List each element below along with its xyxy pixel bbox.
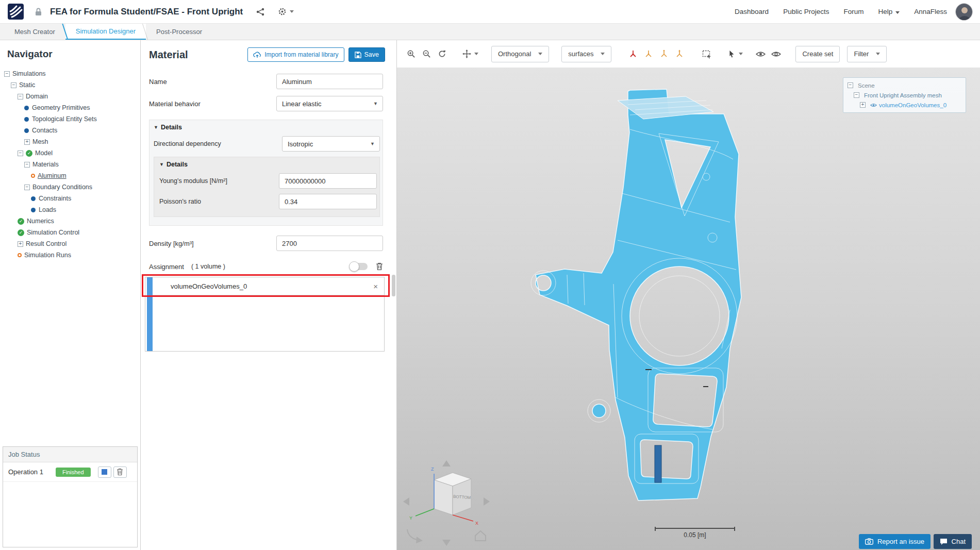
tree-item-model[interactable]: −✓Model [0,147,140,159]
isolate-button[interactable] [769,47,783,61]
tab-post-processor[interactable]: Post-Processor [146,24,212,40]
scene-item-scene[interactable]: −Scene [846,80,962,90]
tree-item-materials[interactable]: −Materials [0,159,140,170]
avatar[interactable] [955,3,973,21]
settings-button[interactable] [278,7,294,16]
job-status-title: Job Status [3,447,137,462]
reset-view-button[interactable] [435,47,449,61]
nav-public-projects[interactable]: Public Projects [783,8,829,15]
remove-assignment-button[interactable]: × [373,282,378,291]
axis-view-button-3[interactable] [657,47,671,61]
collapse-icon[interactable]: − [11,82,16,88]
cube-left-face[interactable] [434,480,453,515]
projection-mode-button[interactable]: Orthogonal [491,46,549,62]
viewport-canvas[interactable]: −Scene−Front Upright Assembly mesh+volum… [397,68,980,550]
collapse-icon[interactable]: − [18,94,23,99]
select-tool-button[interactable] [725,47,745,61]
pan-tool-button[interactable] [460,47,480,61]
tab-simulation-designer[interactable]: Simulation Designer [65,24,146,40]
nav-annafless[interactable]: AnnaFless [914,8,947,15]
share-button[interactable] [256,8,264,16]
axis-view-button-2[interactable] [641,47,655,61]
import-button-label: Import from material library [264,51,338,58]
nav-help[interactable]: Help [878,8,900,15]
complete-check-icon: ✓ [26,150,32,157]
density-input[interactable] [276,236,383,251]
viewport-toolbar: Orthogonal surfaces [397,40,980,68]
status-badge: Finished [56,468,91,477]
home-view-icon[interactable] [475,531,486,541]
visibility-eye-icon[interactable] [870,103,877,108]
assignment-row[interactable]: volumeOnGeoVolumes_0× [153,277,384,295]
create-set-button[interactable]: Create set [795,46,840,62]
collapse-icon[interactable]: − [24,162,30,168]
nav-forum[interactable]: Forum [843,8,863,15]
report-issue-button[interactable]: Report an issue [859,534,931,549]
stop-operation-button[interactable] [98,466,111,478]
collapse-icon[interactable]: − [18,151,23,156]
tree-item-constraints[interactable]: Constraints [0,193,140,204]
collapse-icon[interactable]: − [4,71,10,77]
model-selected-face[interactable] [655,445,661,482]
y-axis-label: Y [409,515,412,521]
youngs-modulus-input[interactable] [279,173,377,189]
tree-item-static[interactable]: −Static [0,79,140,91]
tree-item-label: Topological Entity Sets [32,115,97,123]
expand-icon[interactable]: + [24,139,30,145]
nav-dashboard[interactable]: Dashboard [735,8,769,15]
refresh-icon [438,49,446,58]
box-select-button[interactable] [700,47,713,61]
tree-item-numerics[interactable]: ✓Numerics [0,215,140,227]
panel-scrollbar[interactable] [392,275,395,296]
tree-item-geometry-primitives[interactable]: Geometry Primitives [0,102,140,113]
scene-item-label: volumeOnGeoVolumes_0 [879,102,946,108]
tab-mesh-creator[interactable]: Mesh Creator [4,24,65,40]
clear-assignment-button[interactable] [376,262,383,271]
tree-item-domain[interactable]: −Domain [0,91,140,102]
tree-item-simulation-runs[interactable]: Simulation Runs [0,249,140,261]
collapse-icon[interactable]: − [24,185,30,190]
tree-item-mesh[interactable]: +Mesh [0,136,140,147]
chat-button[interactable]: Chat [934,534,972,549]
view-cube[interactable]: BOTTOM Z Y X [402,458,495,548]
expand-icon[interactable]: + [18,241,23,247]
tree-item-boundary-conditions[interactable]: −Boundary Conditions [0,181,140,193]
setup-item-icon [24,117,29,122]
import-material-button[interactable]: Import from material library [247,47,344,62]
render-mode-button[interactable]: surfaces [561,46,611,62]
name-input[interactable] [276,74,383,89]
axis-view-button-1[interactable] [626,47,640,61]
tree-item-loads[interactable]: Loads [0,204,140,215]
poisson-ratio-label: Poisson's ratio [159,198,279,205]
delete-operation-button[interactable] [113,466,127,478]
axis-view-button-4[interactable] [672,47,686,61]
tree-item-simulations[interactable]: −Simulations [0,68,140,79]
model-body[interactable] [536,89,741,501]
viewport-3d: Orthogonal surfaces [397,40,980,550]
directional-dependency-select[interactable]: Isotropic ▼ [282,136,380,152]
tree-item-aluminum[interactable]: Aluminum [0,170,140,181]
filter-button[interactable]: Filter [847,46,887,62]
tree-item-contacts[interactable]: Contacts [0,125,140,136]
app-logo[interactable] [8,4,24,20]
poisson-ratio-input[interactable] [279,194,377,209]
scene-item-front-upright-assembly-mesh[interactable]: −Front Upright Assembly mesh [846,90,962,100]
tree-item-simulation-control[interactable]: ✓Simulation Control [0,227,140,238]
tree-item-topological-entity-sets[interactable]: Topological Entity Sets [0,113,140,125]
expand-icon[interactable]: + [860,102,866,108]
material-behavior-select[interactable]: Linear elastic ▼ [276,96,383,111]
zoom-out-button[interactable] [420,47,434,61]
assignment-toggle[interactable] [350,263,368,270]
inner-details-header[interactable]: ▼ Details [159,161,377,168]
collapse-icon[interactable]: − [854,92,859,98]
details-header[interactable]: ▼ Details [154,124,380,131]
chat-label: Chat [952,538,966,545]
save-button[interactable]: Save [348,47,386,62]
scene-item-volumeongeovolumes-0[interactable]: +volumeOnGeoVolumes_0 [846,100,962,110]
show-hide-button[interactable] [754,47,768,61]
tree-item-result-control[interactable]: +Result Control [0,238,140,249]
share-icon [256,8,264,16]
density-label: Density [kg/m³] [149,240,276,247]
collapse-icon[interactable]: − [848,82,853,88]
zoom-in-button[interactable] [404,47,418,61]
